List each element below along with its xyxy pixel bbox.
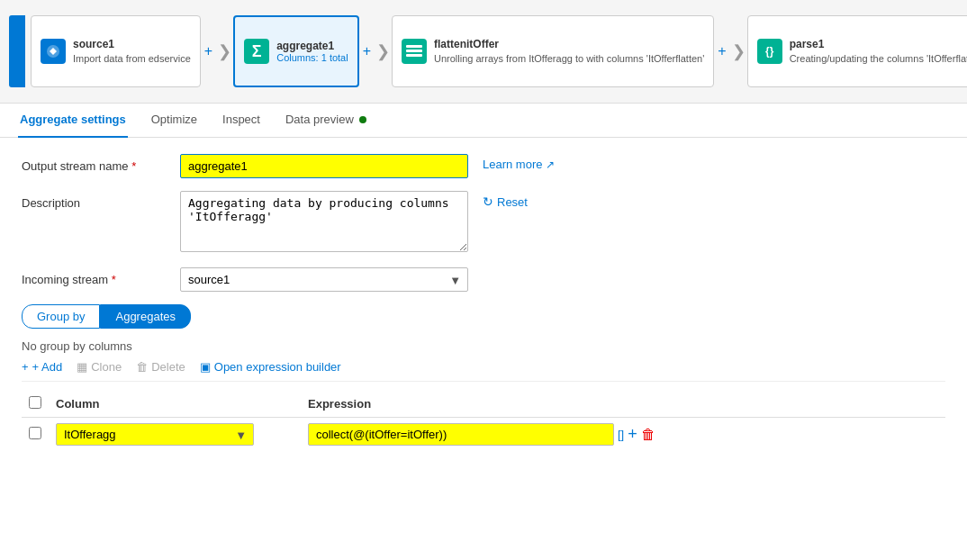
pipeline-node-parse1[interactable]: {} parse1 Creating/updating the columns … (747, 15, 967, 87)
add-after-aggregate1[interactable]: + (359, 43, 375, 59)
parse1-title: parse1 (790, 38, 967, 50)
description-row: Description Aggregating data by producin… (22, 191, 945, 255)
toolbar-row: + + Add ▦ Clone 🗑 Delete ▣ Open expressi… (22, 360, 945, 382)
flattenitOffer-title: flattenitOffer (434, 38, 704, 50)
th-checkbox (22, 391, 49, 418)
source1-info: source1 Import data from edservice (73, 38, 191, 65)
pipeline-node-source1[interactable]: source1 Import data from edservice (31, 15, 201, 87)
row-checkbox[interactable] (29, 427, 41, 439)
incoming-stream-row: Incoming stream * source1 ▼ (22, 267, 945, 292)
aggregate1-title: aggregate1 (276, 40, 348, 52)
aggregate1-meta: Columns: 1 total (276, 52, 348, 63)
incoming-stream-label: Incoming stream * (22, 267, 166, 286)
toggle-group: Group by Aggregates (22, 304, 945, 329)
expression-delete-button[interactable]: 🗑 (641, 427, 655, 443)
tab-optimize[interactable]: Optimize (149, 104, 199, 138)
svg-rect-2 (406, 50, 422, 52)
th-column: Column (49, 391, 301, 418)
pipeline-bar: source1 Import data from edservice + ❯ Σ… (0, 0, 967, 104)
table-row: ItOfferagg ▼ [] + 🗑 (22, 418, 945, 452)
output-stream-row: Output stream name * Learn more ↗ (22, 154, 945, 178)
arrow-3: ❯ (732, 41, 746, 61)
clone-icon: ▦ (77, 360, 87, 374)
pipeline-node-flattenitOffer[interactable]: flattenitOffer Unrolling arrays from ItO… (392, 15, 714, 87)
reset-button[interactable]: ↻ Reset (483, 194, 528, 209)
tab-aggregate-settings[interactable]: Aggregate settings (18, 104, 128, 138)
aggregate1-icon: Σ (244, 39, 269, 64)
clone-button[interactable]: ▦ Clone (77, 360, 122, 374)
group-by-button[interactable]: Group by (22, 304, 100, 329)
flattenitOffer-desc: Unrolling arrays from ItOfferagg to with… (434, 52, 704, 65)
aggregates-button[interactable]: Aggregates (100, 304, 191, 329)
tab-inspect[interactable]: Inspect (221, 104, 262, 138)
expression-input[interactable] (308, 423, 614, 446)
source1-title: source1 (73, 38, 191, 50)
column-select[interactable]: ItOfferagg (56, 423, 254, 446)
tab-data-preview[interactable]: Data preview (284, 104, 368, 138)
plus-icon: + (22, 360, 29, 374)
output-stream-label: Output stream name * (22, 154, 166, 173)
left-bar (9, 15, 25, 87)
expression-add-button[interactable]: + (628, 425, 637, 444)
column-select-wrap: ItOfferagg ▼ (56, 423, 254, 446)
add-after-flattenitOffer[interactable]: + (714, 43, 729, 59)
row-column-cell: ItOfferagg ▼ (49, 418, 301, 452)
source1-icon (41, 39, 66, 64)
flattenitOffer-info: flattenitOffer Unrolling arrays from ItO… (434, 38, 704, 65)
select-all-checkbox[interactable] (29, 396, 41, 409)
delete-button[interactable]: 🗑 Delete (136, 360, 185, 374)
add-button[interactable]: + + Add (22, 360, 62, 374)
no-group-text: No group by columns (22, 339, 945, 353)
aggregate1-info: aggregate1 Columns: 1 total (276, 40, 348, 63)
output-stream-input[interactable] (180, 154, 468, 178)
open-expression-builder-button[interactable]: ▣ Open expression builder (200, 360, 341, 374)
parse1-desc: Creating/updating the columns 'ItOfferfl… (790, 52, 967, 65)
source1-desc: Import data from edservice (73, 52, 191, 65)
output-stream-control (180, 154, 468, 178)
add-after-source1[interactable]: + (201, 43, 216, 59)
pipeline-node-aggregate1[interactable]: Σ aggregate1 Columns: 1 total (233, 15, 358, 87)
parse1-info: parse1 Creating/updating the columns 'It… (790, 38, 967, 65)
reset-link-wrap: ↻ Reset (483, 191, 528, 209)
incoming-stream-select-wrap: source1 ▼ (180, 267, 468, 292)
expression-builder-icon: ▣ (200, 360, 211, 374)
bracket-icon[interactable]: [] (618, 428, 624, 441)
incoming-stream-select[interactable]: source1 (180, 267, 468, 292)
arrow-1: ❯ (218, 41, 231, 61)
aggregates-table: Column Expression ItOfferagg ▼ (22, 391, 945, 451)
row-checkbox-cell (22, 418, 49, 452)
content-area: Output stream name * Learn more ↗ Descri… (0, 138, 967, 467)
description-label: Description (22, 191, 166, 210)
svg-rect-3 (406, 54, 422, 57)
external-link-icon: ↗ (546, 158, 555, 171)
parse1-icon: {} (757, 39, 782, 64)
row-expression-cell: [] + 🗑 (301, 418, 945, 452)
arrow-2: ❯ (376, 41, 390, 61)
tabs-bar: Aggregate settings Optimize Inspect Data… (0, 104, 967, 138)
th-expression: Expression (301, 391, 945, 418)
description-textarea[interactable]: Aggregating data by producing columns 'I… (180, 191, 468, 252)
flattenitOffer-icon (402, 39, 427, 64)
svg-rect-1 (406, 45, 422, 48)
learn-more-button[interactable]: Learn more ↗ (483, 158, 555, 171)
side-links: Learn more ↗ (483, 154, 555, 171)
data-preview-dot (359, 116, 366, 123)
expression-input-wrap: [] + 🗑 (308, 423, 938, 446)
reset-icon: ↻ (483, 194, 493, 209)
description-control: Aggregating data by producing columns 'I… (180, 191, 468, 255)
trash-icon: 🗑 (136, 360, 148, 374)
